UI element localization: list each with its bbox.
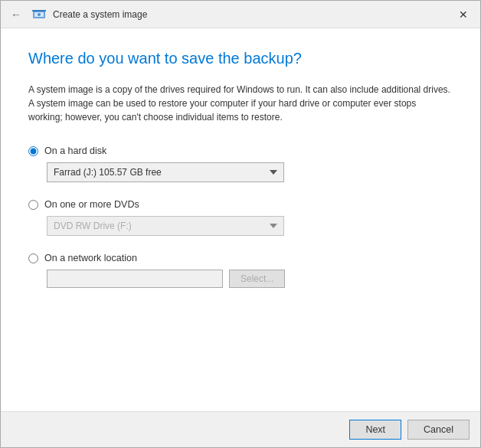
back-button[interactable]: ←: [7, 5, 25, 24]
page-heading: Where do you want to save the backup?: [28, 50, 453, 67]
dvd-option-row: On one or more DVDs: [28, 199, 453, 210]
close-button[interactable]: ✕: [453, 6, 474, 23]
window-title: Create a system image: [53, 9, 147, 20]
hard-disk-option-group: On a hard disk Farrad (J:) 105.57 GB fre…: [28, 146, 453, 182]
network-input-row: Select...: [47, 270, 453, 288]
dvd-label[interactable]: On one or more DVDs: [44, 199, 139, 210]
cancel-button[interactable]: Cancel: [407, 420, 470, 440]
dvd-select[interactable]: DVD RW Drive (F:): [47, 216, 284, 236]
hard-disk-select[interactable]: Farrad (J:) 105.57 GB free: [47, 162, 284, 182]
next-button[interactable]: Next: [349, 420, 401, 440]
dvd-radio[interactable]: [28, 200, 38, 210]
dvd-dropdown-row: DVD RW Drive (F:): [47, 216, 453, 236]
network-option-group: On a network location Select...: [28, 253, 453, 288]
network-radio[interactable]: [28, 253, 38, 263]
footer: Next Cancel: [1, 411, 480, 447]
network-option-row: On a network location: [28, 253, 453, 263]
network-select-button[interactable]: Select...: [229, 270, 285, 288]
network-label[interactable]: On a network location: [44, 253, 137, 263]
title-bar-left: ← Create a system image: [7, 5, 147, 24]
svg-point-2: [38, 13, 41, 16]
window: ← Create a system image ✕ Where do you w…: [0, 0, 481, 448]
description-text: A system image is a copy of the drives r…: [28, 83, 453, 124]
hard-disk-label[interactable]: On a hard disk: [44, 146, 106, 156]
hard-disk-dropdown-row: Farrad (J:) 105.57 GB free: [47, 162, 453, 182]
title-bar: ← Create a system image ✕: [1, 1, 480, 28]
hard-disk-option-row: On a hard disk: [28, 146, 453, 156]
network-path-input[interactable]: [47, 270, 223, 288]
hard-disk-radio[interactable]: [28, 146, 38, 156]
app-icon: [31, 7, 47, 22]
svg-rect-3: [32, 10, 46, 11]
content-area: Where do you want to save the backup? A …: [1, 28, 480, 411]
dvd-option-group: On one or more DVDs DVD RW Drive (F:): [28, 199, 453, 236]
